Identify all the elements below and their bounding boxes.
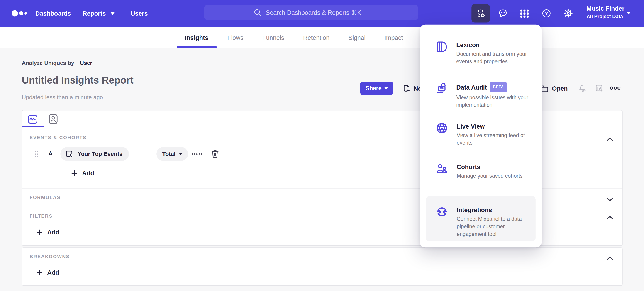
data-management-button[interactable] (472, 4, 490, 23)
page-title: Untitled Insights Report (22, 75, 134, 86)
open-button-label: Open (552, 85, 568, 92)
data-management-icon (476, 8, 486, 18)
chevron-down-icon (627, 12, 631, 14)
collapse-breakdowns-button[interactable] (606, 255, 613, 262)
analyze-line: Analyze Uniques byUser (22, 60, 92, 66)
analyze-prefix: Analyze Uniques by (22, 60, 74, 66)
new-document-icon (402, 84, 410, 92)
beta-badge: BETA (490, 82, 507, 92)
share-button-label: Share (366, 85, 382, 92)
apps-button[interactable] (516, 4, 533, 23)
help-icon: ? (542, 8, 551, 18)
drag-handle-icon[interactable] (34, 151, 38, 159)
tab-insights[interactable]: Insights (181, 27, 212, 48)
plus-icon (36, 229, 42, 235)
event-series-label: A (48, 150, 52, 157)
help-button[interactable]: ? (538, 4, 555, 23)
chevron-up-icon (606, 256, 613, 260)
event-selector-button[interactable]: Your Top Events (60, 147, 129, 161)
feedback-button[interactable] (494, 4, 511, 23)
tab-metrics[interactable] (28, 114, 38, 126)
bell-plus-icon (578, 84, 588, 93)
settings-gear-icon (563, 8, 573, 18)
tab-impact[interactable]: Impact (380, 27, 407, 48)
breakdowns-panel: BREAKDOWNS Add (22, 248, 623, 286)
tab-flows[interactable]: Flows (223, 27, 248, 48)
event-click-icon (65, 150, 74, 158)
nav-reports[interactable]: Reports (82, 0, 114, 27)
search-icon (254, 8, 262, 16)
menu-item-live-view[interactable]: Live View View a live streaming feed of … (436, 122, 539, 147)
collapse-filters-button[interactable] (606, 214, 613, 221)
report-tab-bar: Insights Flows Funnels Retention Signal … (0, 27, 644, 48)
formulas-header: FORMULAS (30, 195, 60, 200)
analyze-uniques-by-selector[interactable]: User (80, 60, 92, 66)
tab-signal[interactable]: Signal (344, 27, 370, 48)
updated-timestamp: Updated less than a minute ago (22, 94, 103, 101)
create-alert-button[interactable] (578, 84, 588, 93)
add-filter-label: Add (47, 229, 59, 236)
search-input[interactable] (266, 9, 368, 16)
menu-item-cohorts[interactable]: Cohorts Manage your saved cohorts (436, 163, 539, 180)
add-filter-button[interactable]: Add (36, 229, 59, 236)
open-report-button[interactable]: Open (540, 82, 568, 95)
tab-user-profiles[interactable] (48, 114, 58, 126)
chevron-down-icon (606, 197, 613, 202)
tab-funnels[interactable]: Funnels (258, 27, 288, 48)
share-button[interactable]: Share (360, 82, 393, 95)
global-search[interactable] (204, 5, 418, 20)
aggregation-selector-button[interactable]: Total (156, 147, 188, 161)
feedback-icon (498, 8, 508, 18)
expand-formulas-button[interactable] (606, 196, 613, 203)
live-view-globe-icon (436, 122, 448, 134)
menu-item-title: Cohorts (457, 163, 536, 171)
add-breakdown-label: Add (47, 269, 59, 276)
ellipsis-icon (610, 85, 621, 91)
add-to-dashboard-button[interactable] (595, 84, 604, 93)
tab-retention[interactable]: Retention (299, 27, 334, 48)
nav-users[interactable]: Users (130, 0, 148, 27)
project-scope: All Project Data (586, 13, 624, 20)
project-selector[interactable]: Music Finder All Project Data (586, 4, 624, 20)
settings-button[interactable] (560, 4, 577, 23)
add-event-label: Add (82, 170, 94, 177)
menu-item-description: View a live streaming feed of events (457, 132, 536, 147)
data-management-menu: Lexicon Document and transform your even… (420, 25, 542, 248)
menu-item-data-audit[interactable]: Data Audit BETA View possible issues wit… (436, 82, 539, 109)
plus-icon (72, 170, 77, 176)
active-tab-underline (22, 126, 44, 127)
filters-header: FILTERS (30, 214, 52, 219)
menu-item-integrations[interactable]: Integrations Connect Mixpanel to a data … (436, 206, 539, 238)
menu-item-description: Connect Mixpanel to a data pipeline or c… (457, 216, 536, 238)
integrations-sync-icon (436, 206, 448, 218)
add-event-button[interactable]: Add (72, 170, 94, 177)
project-name: Music Finder (586, 4, 624, 12)
chevron-up-icon (606, 137, 613, 141)
event-row-more-button[interactable] (192, 151, 202, 156)
collapse-events-button[interactable] (606, 136, 613, 143)
delete-event-row-button[interactable] (211, 149, 219, 159)
plus-icon (36, 270, 42, 275)
menu-item-description: Manage your saved cohorts (457, 172, 536, 180)
chevron-down-icon (110, 12, 114, 14)
chevron-up-icon (606, 216, 613, 220)
aggregation-value: Total (162, 151, 176, 157)
chevron-down-icon (384, 87, 388, 89)
top-navigation-bar: Dashboards Reports Users (0, 0, 644, 27)
apps-grid-icon (520, 9, 529, 18)
menu-item-description: Document and transform your events and p… (456, 50, 535, 66)
nav-dashboards[interactable]: Dashboards (35, 0, 71, 27)
ellipsis-icon (192, 151, 202, 156)
mixpanel-logo[interactable] (12, 9, 28, 18)
menu-item-lexicon[interactable]: Lexicon Document and transform your even… (436, 41, 539, 66)
breakdowns-header: BREAKDOWNS (30, 254, 70, 259)
event-name: Your Top Events (78, 151, 122, 157)
chevron-down-icon (179, 153, 182, 155)
svg-text:?: ? (545, 10, 548, 16)
menu-item-description: View possible issues with your implement… (456, 94, 535, 109)
trash-icon (211, 149, 219, 159)
more-actions-button[interactable] (610, 85, 621, 91)
add-breakdown-button[interactable]: Add (36, 269, 59, 276)
pulse-chart-icon (28, 114, 38, 124)
chart-add-icon (595, 84, 604, 93)
